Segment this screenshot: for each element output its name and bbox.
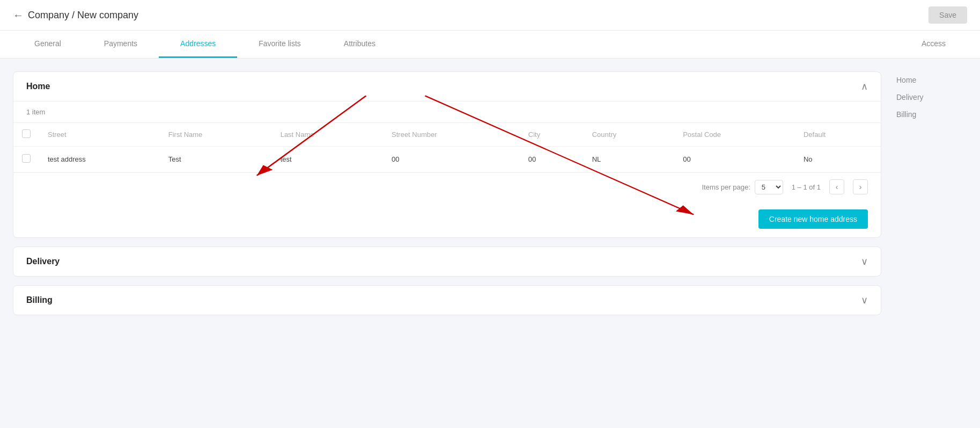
breadcrumb: ← Company / New company	[13, 9, 138, 21]
page-info: 1 – 1 of 1	[792, 183, 821, 191]
row-checkbox-cell	[13, 147, 39, 172]
home-section: Home ∧ 1 item Street First Name Last Nam…	[13, 71, 881, 238]
prev-page-button[interactable]: ‹	[829, 179, 844, 194]
tab-attributes[interactable]: Attributes	[322, 31, 397, 58]
main-content: Home ∧ 1 item Street First Name Last Nam…	[0, 59, 980, 328]
sidebar-item-home[interactable]: Home	[890, 71, 967, 89]
breadcrumb-text: Company / New company	[28, 10, 138, 21]
delivery-collapse-button[interactable]: ∨	[861, 256, 868, 267]
row-checkbox[interactable]	[22, 154, 31, 163]
col-street-header: Street	[39, 123, 160, 147]
billing-section-title: Billing	[26, 295, 53, 305]
tab-addresses[interactable]: Addresses	[159, 31, 237, 58]
tabs-bar: General Payments Addresses Favorite list…	[0, 31, 980, 59]
tab-access[interactable]: Access	[900, 31, 967, 58]
sidebar-item-billing[interactable]: Billing	[890, 106, 967, 123]
col-firstname-header: First Name	[160, 123, 272, 147]
row-street: test address	[39, 147, 160, 172]
row-firstname: Test	[160, 147, 272, 172]
home-collapse-button[interactable]: ∧	[861, 81, 868, 92]
billing-section: Billing ∨	[13, 285, 881, 315]
col-city-header: City	[520, 123, 584, 147]
sidebar-item-delivery[interactable]: Delivery	[890, 89, 967, 106]
row-default: No	[795, 147, 881, 172]
items-per-page-label: Items per page:	[702, 183, 750, 191]
row-streetnumber: 00	[383, 147, 520, 172]
content-area: Home ∧ 1 item Street First Name Last Nam…	[13, 71, 881, 315]
col-checkbox-header	[13, 123, 39, 147]
items-per-page: Items per page: 5 10 25 50	[702, 180, 783, 194]
back-button[interactable]: ←	[13, 9, 24, 21]
items-per-page-select[interactable]: 5 10 25 50	[755, 180, 783, 194]
tab-general[interactable]: General	[13, 31, 83, 58]
tab-payments[interactable]: Payments	[83, 31, 159, 58]
right-sidebar: Home Delivery Billing	[881, 71, 967, 315]
billing-collapse-button[interactable]: ∨	[861, 294, 868, 306]
home-table-wrapper: 1 item Street First Name Last Name Stree…	[13, 101, 881, 201]
next-page-button[interactable]: ›	[853, 179, 868, 194]
create-home-address-button[interactable]: Create new home address	[758, 209, 868, 229]
home-address-table: Street First Name Last Name Street Numbe…	[13, 123, 881, 172]
row-city: 00	[520, 147, 584, 172]
delivery-section: Delivery ∨	[13, 246, 881, 277]
home-section-header: Home ∧	[13, 72, 881, 101]
item-count: 1 item	[13, 101, 881, 123]
home-section-title: Home	[26, 82, 50, 91]
delivery-section-header: Delivery ∨	[13, 247, 881, 276]
col-lastname-header: Last Name	[272, 123, 383, 147]
col-streetnumber-header: Street Number	[383, 123, 520, 147]
col-country-header: Country	[584, 123, 674, 147]
save-button[interactable]: Save	[929, 6, 967, 24]
row-lastname: test	[272, 147, 383, 172]
row-country: NL	[584, 147, 674, 172]
pagination-row: Items per page: 5 10 25 50 1 – 1 of 1 ‹ …	[13, 172, 881, 201]
create-btn-row: Create new home address	[13, 201, 881, 237]
billing-section-header: Billing ∨	[13, 286, 881, 315]
page-header: ← Company / New company Save	[0, 0, 980, 31]
select-all-checkbox[interactable]	[22, 129, 31, 138]
col-default-header: Default	[795, 123, 881, 147]
row-postalcode: 00	[674, 147, 795, 172]
col-postalcode-header: Postal Code	[674, 123, 795, 147]
delivery-section-title: Delivery	[26, 257, 60, 266]
table-row: test address Test test 00 00 NL 00 No	[13, 147, 881, 172]
tab-favorite-lists[interactable]: Favorite lists	[237, 31, 322, 58]
